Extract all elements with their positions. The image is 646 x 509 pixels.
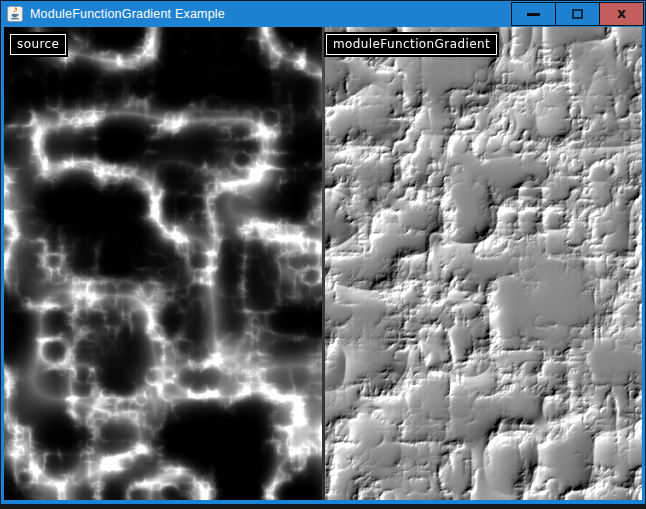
window-controls: x	[511, 1, 644, 26]
gradient-label: moduleFunctionGradient	[326, 34, 497, 55]
source-noise-image	[4, 27, 322, 500]
close-button[interactable]: x	[599, 2, 644, 26]
source-pane: source	[4, 27, 322, 500]
minimize-button[interactable]	[511, 2, 556, 26]
window-title: ModuleFunctionGradient Example	[30, 7, 225, 21]
maximize-button[interactable]	[555, 2, 600, 26]
desktop-background: { "window": { "title": "ModuleFunctionGr…	[0, 0, 646, 509]
source-label: source	[10, 34, 66, 55]
gradient-pane: moduleFunctionGradient	[325, 27, 642, 500]
content-area: source moduleFunctionGradient	[4, 27, 642, 500]
gradient-noise-image	[325, 27, 642, 500]
java-coffee-cup-icon[interactable]	[7, 6, 23, 22]
app-window: ModuleFunctionGradient Example x source …	[0, 0, 646, 505]
maximize-icon	[572, 9, 583, 19]
minimize-icon	[527, 13, 540, 16]
close-icon: x	[617, 6, 626, 20]
titlebar[interactable]: ModuleFunctionGradient Example x	[1, 1, 645, 27]
